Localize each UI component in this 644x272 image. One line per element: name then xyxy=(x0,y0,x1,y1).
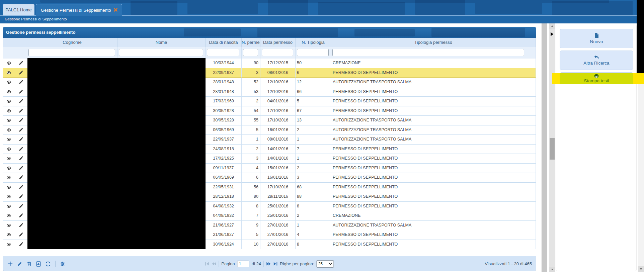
filter-nome-input[interactable] xyxy=(119,49,203,56)
nuovo-button[interactable]: Nuovo xyxy=(560,29,633,48)
data-nascita-cell: 21/06/1927 xyxy=(206,221,242,231)
page-scroll-down-arrow[interactable] xyxy=(638,266,644,272)
view-row-button[interactable] xyxy=(3,97,15,106)
filter-data-permesso-input[interactable] xyxy=(262,49,293,56)
close-icon[interactable] xyxy=(113,8,118,12)
filter-cognome-input[interactable] xyxy=(28,49,115,56)
edit-row-button[interactable] xyxy=(15,116,27,125)
column-header-data-permesso[interactable]: Data permesso xyxy=(260,38,296,47)
view-row-button[interactable] xyxy=(3,125,15,135)
scroll-up-arrow[interactable] xyxy=(549,23,555,29)
data-permesso-cell: 14/01/2016 xyxy=(260,145,296,154)
chevron-down-icon xyxy=(329,263,332,265)
edit-row-button[interactable] xyxy=(15,240,27,250)
edit-row-button[interactable] xyxy=(15,125,27,135)
n-permessi-cell: 3 xyxy=(242,68,260,78)
edit-row-button[interactable] xyxy=(15,173,27,183)
column-header-n-permessi[interactable]: N. permessi xyxy=(242,38,260,47)
view-row-button[interactable] xyxy=(3,68,15,78)
edit-row-button[interactable] xyxy=(15,59,27,68)
edit-row-button[interactable] xyxy=(15,183,27,192)
n-tipologia-cell: 2 xyxy=(296,211,331,221)
data-permesso-cell: 16/01/2016 xyxy=(260,173,296,183)
view-row-button[interactable] xyxy=(3,211,15,221)
view-row-button[interactable] xyxy=(3,78,15,87)
scroll-down-arrow[interactable] xyxy=(549,267,555,272)
page-scrollbar-track[interactable] xyxy=(638,84,644,272)
n-tipologia-cell: 50 xyxy=(296,59,331,68)
data-nascita-cell: 09/11/1937 xyxy=(206,164,242,173)
edit-row-button[interactable] xyxy=(15,154,27,164)
eye-icon xyxy=(6,99,11,103)
view-row-button[interactable] xyxy=(3,240,15,250)
view-row-button[interactable] xyxy=(3,145,15,154)
edit-row-button[interactable] xyxy=(15,192,27,202)
filter-data-nascita-input[interactable] xyxy=(207,49,239,56)
view-row-button[interactable] xyxy=(3,116,15,125)
tab-palc1-home[interactable]: PALC1 Home xyxy=(3,4,34,15)
tipologia-cell: PERMESSO DI SEPPELLIMENTO xyxy=(331,68,536,78)
edit-row-button[interactable] xyxy=(15,97,27,106)
tab-gestione-permessi[interactable]: Gestione Permessi di Seppellimento xyxy=(36,4,122,16)
altra-ricerca-button[interactable]: Altra Ricerca xyxy=(560,51,633,70)
page-number-input[interactable] xyxy=(237,261,249,267)
view-row-button[interactable] xyxy=(3,135,15,145)
eye-icon xyxy=(6,61,11,65)
view-row-button[interactable] xyxy=(3,221,15,231)
panel-splitter[interactable] xyxy=(542,23,547,272)
data-permesso-cell: 15/01/2016 xyxy=(260,164,296,173)
view-row-button[interactable] xyxy=(3,173,15,183)
scrollbar-thumb[interactable] xyxy=(550,138,555,160)
edit-row-button[interactable] xyxy=(15,87,27,97)
stampa-testi-button[interactable]: Stampa testi xyxy=(560,73,633,84)
view-row-button[interactable] xyxy=(3,183,15,192)
filter-n-permessi-input[interactable] xyxy=(243,49,258,56)
view-row-button[interactable] xyxy=(3,87,15,97)
view-row-button[interactable] xyxy=(3,106,15,116)
edit-row-button[interactable] xyxy=(15,106,27,116)
expand-panel-arrow-icon[interactable] xyxy=(551,32,553,36)
pencil-icon xyxy=(19,204,23,208)
edit-row-button[interactable] xyxy=(15,221,27,231)
vertical-scrollbar[interactable] xyxy=(549,23,555,272)
edit-row-button[interactable] xyxy=(15,202,27,211)
data-nascita-cell: 28/01/1948 xyxy=(206,87,242,97)
edit-row-button[interactable] xyxy=(15,78,27,87)
next-page-icon[interactable] xyxy=(266,262,271,266)
eye-icon xyxy=(6,176,11,179)
panel-title: Gestione permessi seppellimento xyxy=(6,30,75,35)
refresh-icon[interactable] xyxy=(45,261,51,267)
export-icon[interactable] xyxy=(36,261,41,267)
edit-row-button[interactable] xyxy=(15,145,27,154)
pencil-icon xyxy=(19,137,23,142)
column-header-nome[interactable]: Nome xyxy=(117,38,206,47)
prev-page-icon[interactable] xyxy=(212,262,216,266)
view-row-button[interactable] xyxy=(3,192,15,202)
edit-row-button[interactable] xyxy=(15,164,27,173)
settings-icon[interactable] xyxy=(60,261,65,267)
rows-per-page-select[interactable]: 25 xyxy=(317,260,334,268)
edit-icon[interactable] xyxy=(17,261,22,267)
eye-icon xyxy=(6,90,11,94)
view-row-button[interactable] xyxy=(3,59,15,68)
column-header-cognome[interactable]: Cognome xyxy=(27,38,117,47)
view-row-button[interactable] xyxy=(3,164,15,173)
edit-row-button[interactable] xyxy=(15,135,27,145)
column-header-tipologia[interactable]: Tipologia permesso xyxy=(331,38,536,47)
edit-row-button[interactable] xyxy=(15,230,27,240)
delete-icon[interactable] xyxy=(27,261,32,267)
edit-row-button[interactable] xyxy=(15,68,27,78)
n-permessi-cell: 5 xyxy=(242,230,260,240)
last-page-icon[interactable] xyxy=(273,262,277,266)
view-row-button[interactable] xyxy=(3,154,15,164)
view-row-button[interactable] xyxy=(3,230,15,240)
filter-tipologia-input[interactable] xyxy=(332,49,524,56)
filter-n-tipologia-input[interactable] xyxy=(297,49,329,56)
new-document-icon xyxy=(594,33,599,38)
column-header-n-tipologia[interactable]: N. Tipologia xyxy=(296,38,331,47)
edit-row-button[interactable] xyxy=(15,211,27,221)
first-page-icon[interactable] xyxy=(205,262,209,266)
column-header-data-nascita[interactable]: Data di nascita xyxy=(206,38,242,47)
view-row-button[interactable] xyxy=(3,202,15,211)
add-icon[interactable] xyxy=(8,261,13,266)
